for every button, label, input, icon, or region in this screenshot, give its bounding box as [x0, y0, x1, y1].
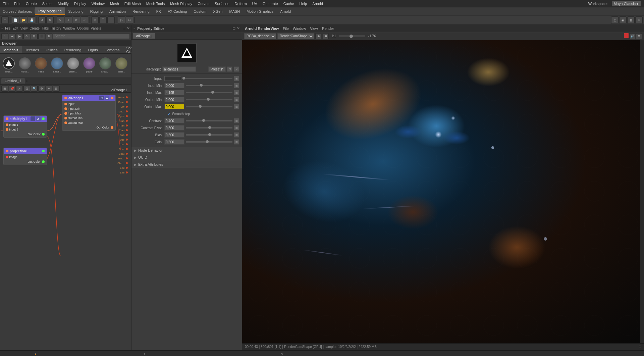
- refresh-icon[interactable]: ⟳: [23, 33, 30, 39]
- new-scene-icon[interactable]: 📄: [12, 16, 19, 24]
- tab-custom[interactable]: Custom: [190, 7, 210, 15]
- open-scene-icon[interactable]: 📂: [20, 16, 27, 24]
- render-icon-2[interactable]: ⏹: [323, 33, 329, 39]
- inputmin-slider[interactable]: [186, 85, 232, 86]
- material-ambi[interactable]: ambi...: [50, 57, 64, 73]
- home-icon[interactable]: ⌂: [1, 33, 8, 39]
- port-outputmin[interactable]: Output Min: [64, 116, 114, 120]
- mat-thumb-hista[interactable]: [19, 57, 31, 69]
- mat-thumb-airange[interactable]: [3, 57, 15, 69]
- menu-help[interactable]: Help: [297, 2, 310, 6]
- menu-select[interactable]: Select: [40, 2, 55, 6]
- menu-arnold[interactable]: Arnold: [310, 2, 326, 6]
- snap-grid-icon[interactable]: ⊞: [91, 16, 99, 24]
- tab-mash[interactable]: MASH: [226, 7, 243, 15]
- timeline-playhead[interactable]: [35, 354, 36, 355]
- port-outcolor[interactable]: Out Color: [64, 125, 114, 130]
- snap-curve-icon[interactable]: ⌒: [99, 16, 107, 24]
- tab-animation[interactable]: Animation: [106, 7, 129, 15]
- close-prop-icon[interactable]: ✕: [237, 26, 240, 31]
- display-mode-select[interactable]: RGBA_denoise: [244, 33, 276, 39]
- inputmin-expand-btn[interactable]: ⊞: [234, 83, 239, 88]
- node-expand-icon[interactable]: ⤢: [16, 86, 23, 92]
- float-prop-icon[interactable]: ⊡: [232, 26, 235, 31]
- tab-arnold[interactable]: Arnold: [277, 7, 294, 15]
- prop-outputmin-field[interactable]: [164, 97, 184, 102]
- gain-expand-btn[interactable]: ⊞: [234, 139, 239, 145]
- prop-tab-airange[interactable]: aiRange1: [133, 33, 155, 39]
- menu-create[interactable]: Create: [23, 2, 40, 6]
- prop-inputmin-field[interactable]: [164, 83, 184, 88]
- shading-icon[interactable]: ◉: [619, 16, 627, 24]
- menu-uv[interactable]: UV: [250, 2, 260, 6]
- contrast-slider[interactable]: [186, 120, 232, 121]
- tab-sculpting[interactable]: Sculpting: [65, 7, 87, 15]
- workspace-selector[interactable]: Workspace: Maya Classic▼: [586, 1, 644, 6]
- display-icon[interactable]: ◻: [611, 16, 619, 24]
- zoom-slider[interactable]: [339, 35, 366, 38]
- port-input1[interactable]: Input 1: [5, 122, 45, 127]
- node-canvas[interactable]: ⊞ 📌 ⤢ ⊡ 🔍 ⚙ ▼ ⊞: [0, 85, 131, 350]
- render-settings-icon[interactable]: ⚙: [636, 33, 642, 39]
- menu-file[interactable]: File: [0, 2, 11, 6]
- node-behavior-header[interactable]: ▶ Node Behavior: [131, 147, 242, 154]
- tab-xgen[interactable]: XGen: [210, 7, 226, 15]
- prop-bias-field[interactable]: [164, 132, 184, 138]
- node-aimultiply-in-port[interactable]: [6, 117, 8, 120]
- node-options-icon[interactable]: ⚙: [38, 86, 45, 92]
- tab-lights[interactable]: Lights: [85, 46, 101, 53]
- node-aimultiply-out-port[interactable]: [42, 117, 45, 120]
- node-layout-icon[interactable]: ⊞: [1, 86, 8, 92]
- node-aimultiply1[interactable]: aiMultiply1 A Input 1 Input 2: [3, 115, 47, 138]
- material-shad[interactable]: shad...: [98, 57, 113, 73]
- airange-name-input[interactable]: [162, 66, 196, 72]
- contrast-pivot-expand-btn[interactable]: ⊞: [234, 125, 239, 131]
- prop-gain-field[interactable]: [164, 139, 184, 145]
- render-menu-window[interactable]: Window: [293, 27, 306, 31]
- port-outcolor-proj[interactable]: Out Color: [5, 159, 45, 164]
- minimize-left-panel[interactable]: –: [123, 27, 125, 31]
- tab-utilities[interactable]: Utilities: [42, 46, 61, 53]
- tab-poly-modeling[interactable]: Poly Modeling: [35, 7, 65, 15]
- mat-thumb-stan[interactable]: [115, 57, 127, 69]
- tab-motion-graphics[interactable]: Motion Graphics: [243, 7, 277, 15]
- scale-tool-icon[interactable]: ⤢: [81, 16, 88, 24]
- node-projection-out-port[interactable]: [42, 150, 45, 152]
- forward-icon[interactable]: ▶: [16, 33, 23, 39]
- mat-thumb-head[interactable]: [35, 57, 47, 69]
- mat-thumb-shad[interactable]: [99, 57, 111, 69]
- camera-select[interactable]: RenderCamShape: [277, 33, 314, 39]
- presets-button[interactable]: Presets*: [208, 66, 226, 72]
- bias-slider[interactable]: [186, 134, 232, 136]
- render-menu-file[interactable]: File: [283, 27, 289, 31]
- render-menu-render[interactable]: Render: [322, 27, 334, 31]
- menu-display[interactable]: Display: [71, 2, 89, 6]
- outputmax-expand-btn[interactable]: ⊞: [234, 104, 239, 109]
- outputmin-expand-btn[interactable]: ⊞: [234, 97, 239, 102]
- node-aimultiply-opt[interactable]: [31, 116, 35, 121]
- bias-slider-thumb[interactable]: [208, 133, 211, 136]
- smoothstep-check[interactable]: ✓: [168, 112, 171, 116]
- material-head[interactable]: head: [34, 57, 48, 73]
- back-icon[interactable]: ◀: [9, 33, 15, 39]
- node-options-icon[interactable]: ⊡: [99, 96, 104, 100]
- node-airange-in-port[interactable]: [64, 97, 67, 99]
- tab-cameras[interactable]: Cameras: [101, 46, 123, 53]
- node-projection-in-port[interactable]: [6, 150, 8, 152]
- gain-slider-thumb[interactable]: [206, 140, 209, 143]
- node-airange1[interactable]: aiRange1 ⊡ A Input Input Min: [62, 95, 116, 131]
- node-grid-icon[interactable]: ⊞: [53, 86, 60, 92]
- node-pin-icon[interactable]: 📌: [9, 86, 15, 92]
- redo-icon[interactable]: ↻: [46, 16, 54, 24]
- menu-deform[interactable]: Deform: [232, 2, 249, 6]
- zoom-slider-thumb[interactable]: [350, 35, 353, 38]
- inputmax-slider-thumb[interactable]: [211, 91, 214, 94]
- prop-inputmax-field[interactable]: [164, 90, 184, 95]
- menu-modify[interactable]: Modify: [55, 2, 71, 6]
- mat-thumb-plane[interactable]: [83, 57, 95, 69]
- rotate-tool-icon[interactable]: ⟳: [73, 16, 80, 24]
- tab-textures[interactable]: Textures: [22, 46, 43, 53]
- prop-outputmax-field[interactable]: [164, 104, 184, 109]
- tab-materials[interactable]: Materials: [0, 46, 22, 53]
- port-inputmax[interactable]: Input Max: [64, 111, 114, 116]
